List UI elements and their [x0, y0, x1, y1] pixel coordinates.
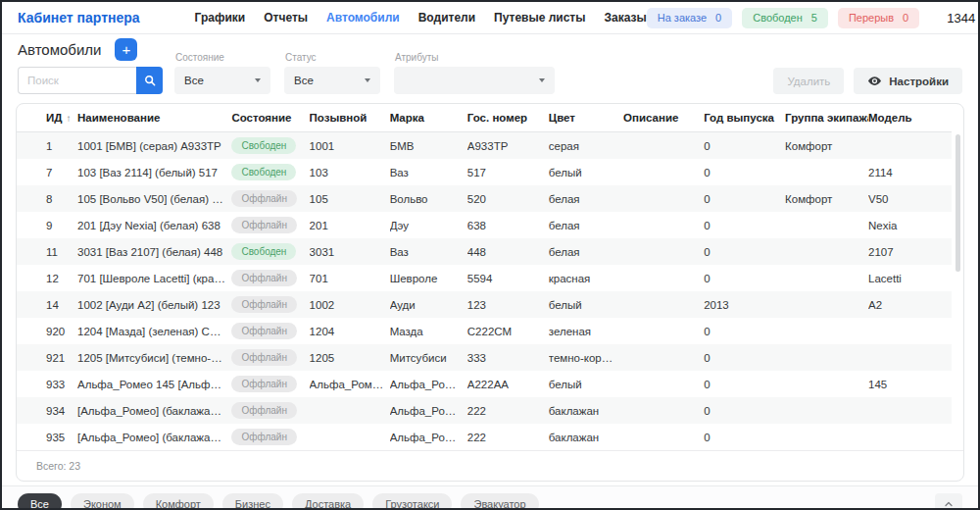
- column-header-id[interactable]: ИД↑: [17, 104, 77, 132]
- cell-text: 105 [Вольво V50] (белая) 520: [77, 193, 230, 205]
- page-title: Автомобили: [18, 41, 101, 58]
- cell-color: белый: [549, 371, 623, 397]
- brand[interactable]: Кабинет партнера: [18, 10, 140, 26]
- cell-text: Альфа_Ромео: [390, 405, 466, 417]
- cell-color: темно-коричнев...: [549, 344, 623, 371]
- cell-callsign: 3031: [310, 238, 390, 265]
- state-badge: Свободен: [231, 164, 296, 180]
- cell-year: 0: [704, 424, 785, 450]
- cell-text: 0: [704, 220, 710, 231]
- table-row[interactable]: 9201 [Дэу Nexia] (белая) 638Оффлайн201Дэ…: [17, 212, 952, 238]
- nav-item-orders[interactable]: Заказы: [605, 11, 647, 25]
- column-header-year[interactable]: Год выпуска: [704, 104, 785, 132]
- crew-chip-comfort[interactable]: Комфорт: [143, 493, 214, 510]
- cell-plate: 123: [467, 291, 549, 318]
- table-row[interactable]: 113031 [Ваз 2107] (белая) 448Свободен303…: [17, 238, 952, 265]
- status-badge-value: 0: [903, 12, 908, 24]
- cell-text: 1204: [310, 326, 335, 337]
- column-header-name[interactable]: Наименование: [77, 104, 231, 132]
- cell-plate: 222: [467, 424, 549, 450]
- cell-state: Оффлайн: [231, 212, 309, 238]
- table-row[interactable]: 935[Альфа_Ромео] (баклажан) 222ОффлайнАл…: [17, 424, 952, 450]
- cell-color: баклажан: [549, 397, 623, 424]
- column-header-color[interactable]: Цвет: [549, 104, 623, 132]
- filter-select-attributes[interactable]: [394, 67, 555, 94]
- nav-item-drivers[interactable]: Водители: [418, 11, 475, 25]
- status-badge-value: 5: [811, 12, 817, 24]
- table-row[interactable]: 12701 [Шевроле Lacetti] (красная) 5594Оф…: [17, 265, 952, 291]
- column-header-model[interactable]: Модель: [868, 104, 952, 132]
- cell-text: белый: [549, 167, 582, 178]
- cell-description: [623, 238, 704, 265]
- cell-plate: 448: [467, 238, 549, 265]
- cell-color: белая: [549, 212, 623, 238]
- cell-text: 2013: [704, 299, 729, 311]
- cell-text: 921: [46, 352, 65, 364]
- crew-chip-tow[interactable]: Эвакуатор: [461, 493, 538, 510]
- cell-color: белая: [549, 238, 623, 265]
- nav-item-reports[interactable]: Отчеты: [264, 11, 308, 25]
- cell-plate: 638: [467, 212, 549, 238]
- cell-crew_group: [785, 318, 868, 344]
- table-row[interactable]: 7103 [Ваз 2114] (белый) 517Свободен103Ва…: [17, 159, 952, 185]
- table-row[interactable]: 934[Альфа_Ромео] (баклажан) 222ОффлайнАл…: [17, 397, 952, 424]
- settings-button[interactable]: Настройки: [854, 68, 962, 94]
- cell-text: 123: [467, 299, 486, 311]
- add-vehicle-button[interactable]: +: [115, 38, 137, 61]
- state-badge: Оффлайн: [231, 429, 297, 445]
- table-row[interactable]: 141002 [Ауди A2] (белый) 123Оффлайн1002А…: [17, 291, 952, 318]
- filter-select-state[interactable]: Все: [174, 67, 270, 94]
- cell-year: 0: [704, 238, 785, 265]
- column-header-brand[interactable]: Марка: [390, 104, 467, 132]
- cell-text: 1002: [310, 299, 335, 311]
- vehicles-table-card: ИД↑НаименованиеСостояниеПозывнойМаркаГос…: [16, 103, 964, 482]
- crew-chip-cargo[interactable]: Грузотакси: [372, 493, 452, 510]
- crew-chip-delivery[interactable]: Доставка: [292, 493, 364, 510]
- vertical-scrollbar[interactable]: [956, 134, 960, 272]
- crew-chip-all[interactable]: Все: [18, 493, 62, 510]
- cell-text: Митсубиси: [390, 352, 447, 364]
- cell-text: Мазда: [390, 326, 423, 337]
- table-row[interactable]: 9201204 [Мазда] (зеленая) C222CMОффлайн1…: [17, 318, 952, 344]
- cell-crew_group: [785, 238, 868, 265]
- cell-text: 701: [310, 273, 328, 284]
- cell-crew_group: [785, 291, 868, 318]
- cell-text: Альфа_Ромео 145: [310, 379, 390, 390]
- cell-color: красная: [549, 265, 623, 291]
- cell-text: баклажан: [549, 405, 599, 417]
- column-header-state[interactable]: Состояние: [231, 104, 309, 132]
- cell-model: V50: [868, 185, 952, 212]
- cell-text: 11: [46, 246, 58, 258]
- cell-id: 934: [17, 397, 77, 424]
- crew-chip-econom[interactable]: Эконом: [71, 493, 134, 510]
- filter-select-status[interactable]: Все: [284, 67, 380, 94]
- search-input[interactable]: [18, 67, 136, 94]
- column-header-callsign[interactable]: Позывной: [310, 104, 390, 132]
- cell-name: 701 [Шевроле Lacetti] (красная) 5594: [77, 265, 231, 291]
- search-button[interactable]: [136, 67, 163, 94]
- nav-item-vehicles[interactable]: Автомобили: [326, 11, 400, 25]
- collapse-button[interactable]: [935, 493, 962, 510]
- nav-item-waybills[interactable]: Путевые листы: [494, 11, 585, 25]
- column-header-plate[interactable]: Гос. номер: [467, 104, 549, 132]
- filter-label: Статус: [285, 52, 380, 63]
- cell-model: [868, 424, 952, 450]
- table-row[interactable]: 8105 [Вольво V50] (белая) 520Оффлайн105В…: [17, 185, 952, 212]
- table-row[interactable]: 9211205 [Митсубиси] (темно-коричневый) .…: [17, 344, 952, 371]
- cell-name: 1001 [БМВ] (серая) A933TP: [77, 132, 231, 160]
- cell-text: 14: [46, 299, 59, 311]
- cell-model: [868, 397, 952, 424]
- column-header-description[interactable]: Описание: [623, 104, 704, 132]
- cell-text: 222: [467, 432, 486, 443]
- crew-chip-business[interactable]: Бизнес: [222, 493, 283, 510]
- delete-button[interactable]: Удалить: [773, 68, 844, 94]
- table-row[interactable]: 933Альфа_Ромео 145 [Альфа_Ромео 145] (..…: [17, 371, 952, 397]
- cell-text: 1205 [Митсубиси] (темно-коричневый) ...: [77, 352, 231, 364]
- select-value: Все: [294, 75, 314, 86]
- nav-item-charts[interactable]: Графики: [195, 11, 246, 25]
- cell-text: 0: [704, 326, 710, 337]
- table-row[interactable]: 11001 [БМВ] (серая) A933TPСвободен1001БМ…: [17, 132, 952, 160]
- column-header-crew_group[interactable]: Группа экипажа: [785, 104, 868, 132]
- cell-year: 0: [704, 318, 785, 344]
- partner-id: 1344: [947, 11, 975, 26]
